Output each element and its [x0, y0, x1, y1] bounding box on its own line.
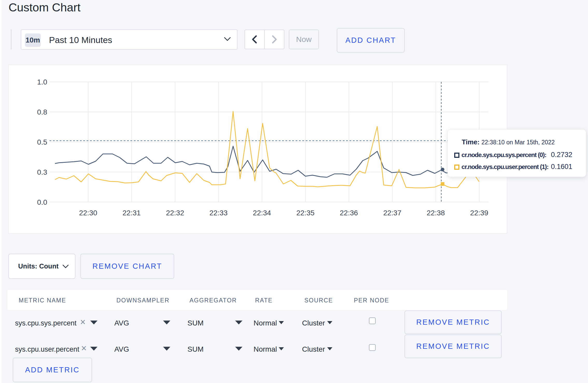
svg-text:22:34: 22:34	[253, 209, 271, 217]
svg-text:22:33: 22:33	[209, 209, 228, 217]
svg-text:22:35: 22:35	[296, 209, 314, 217]
svg-text:0.8: 0.8	[37, 108, 47, 116]
svg-text:22:36: 22:36	[340, 209, 358, 217]
svg-text:1.0: 1.0	[37, 78, 47, 86]
svg-text:22:31: 22:31	[123, 209, 141, 217]
svg-text:22:38: 22:38	[427, 209, 445, 217]
svg-text:22:37: 22:37	[383, 209, 401, 217]
svg-text:22:32: 22:32	[166, 209, 184, 217]
svg-text:0.0: 0.0	[37, 198, 47, 206]
svg-text:0.3: 0.3	[37, 168, 47, 176]
svg-text:22:39: 22:39	[470, 209, 488, 217]
svg-text:22:30: 22:30	[79, 209, 97, 217]
svg-text:0.5: 0.5	[37, 138, 47, 146]
